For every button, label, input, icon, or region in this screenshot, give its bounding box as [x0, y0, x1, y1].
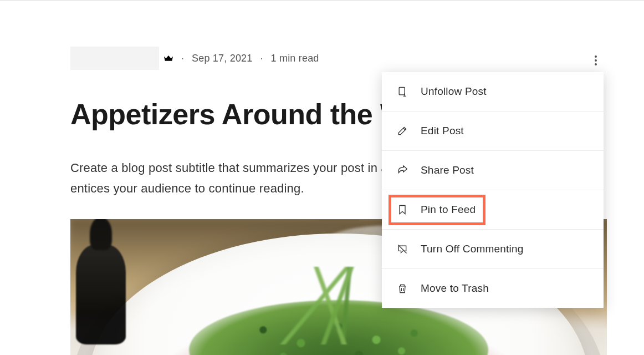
share-icon	[396, 164, 408, 176]
dropdown-item-unfollow[interactable]: Unfollow Post	[382, 72, 604, 111]
dropdown-item-label: Share Post	[421, 164, 474, 176]
svg-rect-3	[399, 88, 405, 95]
dropdown-item-edit[interactable]: Edit Post	[382, 111, 604, 151]
svg-point-1	[595, 59, 597, 62]
dropdown-item-pin[interactable]: Pin to Feed	[382, 190, 604, 230]
author-avatar-placeholder	[70, 47, 159, 70]
post-meta-row: · Sep 17, 2021 · 1 min read	[70, 47, 605, 70]
comment-off-icon	[396, 243, 408, 255]
svg-point-2	[595, 63, 597, 65]
trash-icon	[396, 282, 408, 295]
dropdown-item-label: Edit Post	[421, 125, 464, 137]
dropdown-item-trash[interactable]: Move to Trash	[382, 269, 604, 308]
pencil-icon	[396, 125, 408, 137]
admin-crown-icon	[163, 54, 173, 62]
meta-separator: ·	[181, 53, 184, 64]
svg-point-0	[595, 55, 597, 58]
dropdown-item-label: Unfollow Post	[421, 85, 487, 98]
dropdown-item-label: Turn Off Commenting	[421, 243, 523, 255]
svg-line-6	[403, 128, 405, 130]
post-options-dropdown: Unfollow Post Edit Post Share Post Pin t…	[382, 72, 604, 308]
meta-separator: ·	[260, 53, 263, 64]
more-options-button[interactable]	[589, 54, 602, 67]
dropdown-item-label: Move to Trash	[421, 282, 489, 295]
more-vertical-icon	[595, 55, 597, 65]
dropdown-item-label: Pin to Feed	[421, 204, 476, 216]
read-time: 1 min read	[271, 53, 319, 64]
dropdown-item-turn-off-commenting[interactable]: Turn Off Commenting	[382, 230, 604, 269]
unfollow-icon	[396, 85, 408, 98]
dropdown-item-share[interactable]: Share Post	[382, 151, 604, 190]
bookmark-icon	[396, 204, 408, 216]
post-date: Sep 17, 2021	[192, 53, 253, 64]
